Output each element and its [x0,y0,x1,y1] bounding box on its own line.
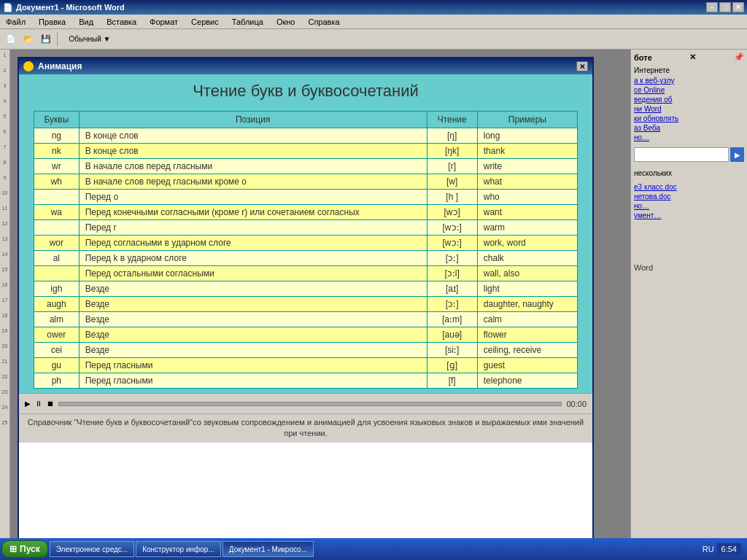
table-cell: Везде [79,327,427,343]
table-cell: light [477,281,577,297]
word-label: Word [634,263,653,272]
table-cell: ph [34,373,80,389]
menu-help[interactable]: Справка [305,17,342,27]
recent-file-1[interactable]: е3 класс.doc [634,183,744,191]
animation-title-bar[interactable]: Анимация ✕ [19,58,592,74]
title-bar-left: 📄 Документ1 - Microsoft Word [3,3,125,12]
table-cell: [r] [427,159,477,174]
new-button[interactable]: 📄 [3,31,19,47]
table-cell: wr [34,159,80,174]
link-info[interactable]: ведения об [634,96,744,104]
table-row: wrВ начале слов перед гласными[r]write [34,159,578,174]
link-word[interactable]: ни Word [634,105,744,113]
taskbar-item-2[interactable]: Конструктор инфор... [136,541,221,557]
table-cell: augh [34,297,80,312]
maximize-button[interactable]: □ [719,2,731,12]
table-cell: flower [477,327,577,343]
reading-table: Буквы Позиция Чтение Примеры ngВ конце с… [34,111,578,389]
table-cell: Везде [79,297,427,312]
menu-tools[interactable]: Сервис [188,17,222,27]
taskbar-item-1[interactable]: Электронное средс... [50,541,134,557]
table-cell: long [477,128,577,144]
window-title: Документ1 - Microsoft Word [16,3,125,12]
save-button[interactable]: 💾 [38,31,54,47]
table-cell: wall, also [477,266,577,281]
table-cell [34,220,80,236]
title-bar: 📄 Документ1 - Microsoft Word – □ ✕ [0,0,747,15]
link-more[interactable]: но… [634,133,744,141]
close-button[interactable]: ✕ [732,2,744,12]
menu-bar: Файл Правка Вид Вставка Формат Сервис Та… [0,15,747,29]
recent-file-doc[interactable]: умент… [634,211,744,219]
table-cell: [aɪ] [427,281,477,297]
table-cell: cei [34,343,80,358]
link-web2[interactable]: аз Веба [634,124,744,132]
menu-edit[interactable]: Правка [36,17,69,27]
animation-window: Анимация ✕ Чтение букв и буквосочетаний … [18,57,594,545]
table-cell: [ɔː] [427,251,477,266]
progress-bar[interactable] [58,402,562,406]
animation-close-button[interactable]: ✕ [576,61,588,71]
time-display: 00:00 [566,400,587,408]
menu-view[interactable]: Вид [76,17,96,27]
table-cell: chalk [477,251,577,266]
menu-file[interactable]: Файл [3,17,28,27]
recent-file-more[interactable]: но… [634,202,744,210]
table-cell [34,190,80,205]
menu-window[interactable]: Окно [274,17,298,27]
table-cell: [wɔː] [427,236,477,251]
table-row: guПеред гласными[ɡ]guest [34,358,578,373]
right-panel-close[interactable]: ✕ [689,52,696,62]
menu-format[interactable]: Формат [147,17,181,27]
taskbar-item-3[interactable]: Документ1 - Микросо... [222,541,314,557]
right-panel-pin[interactable]: 📌 [734,52,744,62]
table-cell: Перед конечными согласными (кроме r) или… [79,205,427,220]
table-row: phПеред гласными[f]telephone [34,373,578,389]
toolbar: 📄 📂 💾 Обычный ▼ [0,29,747,50]
table-cell: work, word [477,236,577,251]
play-button[interactable]: ▶ [25,400,31,408]
table-row: alПеред k в ударном слоге[ɔː]chalk [34,251,578,266]
table-cell: Перед r [79,220,427,236]
recent-file-2[interactable]: нетова.doc [634,192,744,201]
menu-table[interactable]: Таблица [229,17,266,27]
table-cell: al [34,251,80,266]
word-label-area: Word [634,263,744,272]
start-icon: ⊞ [9,544,17,554]
main-layout: 1 2 3 4 5 6 7 8 9 10 11 12 13 14 15 16 1… [0,50,747,545]
open-button[interactable]: 📂 [20,31,36,47]
link-web[interactable]: а к веб-узлу [634,77,744,85]
pause-button[interactable]: ⏸ [35,400,42,408]
style-dropdown[interactable]: Обычный ▼ [61,31,119,47]
table-cell: [ŋ] [427,128,477,144]
table-cell: Перед o [79,190,427,205]
search-button[interactable]: ▶ [730,147,744,162]
table-cell: В начале слов перед гласными кроме o [79,174,427,190]
minimize-button[interactable]: – [706,2,718,12]
link-update[interactable]: ки обновлять [634,114,744,122]
internet-section-label: Интернете [634,66,744,74]
table-cell: ceiling, receive [477,343,577,358]
search-section: ▶ нескольких [634,147,744,177]
table-row: aughВезде[ɔː]daughter, naughty [34,297,578,312]
table-cell: Перед k в ударном слоге [79,251,427,266]
table-row: almВезде[aːm]calm [34,312,578,327]
table-cell: write [477,159,577,174]
table-cell: thank [477,144,577,159]
link-online[interactable]: ce Online [634,86,744,94]
table-cell: ng [34,128,80,144]
table-cell: Перед остальными согласными [79,266,427,281]
table-cell: nk [34,144,80,159]
menu-insert[interactable]: Вставка [104,17,139,27]
toolbar-separator-1 [57,32,58,47]
table-cell: [auə] [427,327,477,343]
taskbar-item-3-label: Документ1 - Микросо... [229,545,307,553]
table-row: Перед остальными согласными[ɔːl]wall, al… [34,266,578,281]
stop-button[interactable]: ⏹ [47,400,54,408]
table-cell: В конце слов [79,144,427,159]
start-button[interactable]: ⊞ Пуск [1,540,48,558]
table-cell: wh [34,174,80,190]
animation-content: Чтение букв и буквосочетаний Буквы Позиц… [19,74,592,393]
search-hint: нескольких [634,169,744,177]
search-input[interactable] [634,147,729,162]
